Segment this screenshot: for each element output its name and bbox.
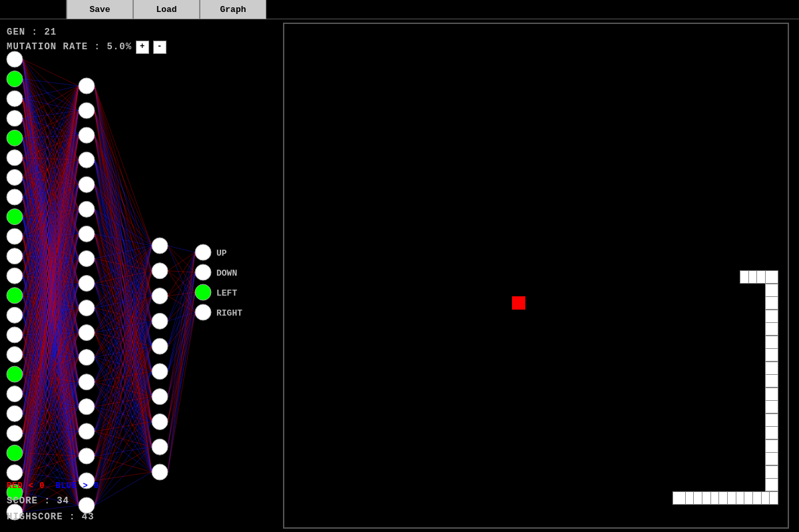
left-panel: GEN : 21 MUTATION RATE : 5.0% + - RED < …	[0, 19, 273, 532]
snake-segment	[765, 439, 778, 453]
graph-button[interactable]: Graph	[200, 0, 266, 19]
info-section: GEN : 21 MUTATION RATE : 5.0% + -	[0, 19, 273, 60]
snake-segment	[765, 426, 778, 439]
snake-segment	[765, 284, 778, 297]
snake-segment	[672, 491, 686, 505]
snake-segment	[765, 296, 778, 310]
blue-legend: BLUE > 0	[55, 481, 99, 491]
red-legend: RED < 0	[7, 481, 45, 491]
mutation-row: MUTATION RATE : 5.0% + -	[7, 39, 266, 54]
food	[512, 296, 525, 310]
bottom-info: RED < 0 BLUE > 0 SCORE : 34 HIGHSCORE : …	[7, 481, 99, 525]
snake-segment	[765, 336, 778, 349]
snake-segment	[765, 413, 778, 427]
toolbar: Save Load Graph	[0, 0, 799, 19]
legend-row: RED < 0 BLUE > 0	[7, 481, 99, 491]
load-button[interactable]: Load	[133, 0, 200, 19]
score: SCORE : 34	[7, 493, 99, 509]
snake-segment	[765, 465, 778, 479]
snake-segment	[765, 310, 778, 323]
snake-segment	[765, 322, 778, 336]
mutation-label: MUTATION RATE : 5.0%	[7, 39, 132, 54]
snake-segment	[765, 452, 778, 465]
snake-segment	[765, 478, 778, 491]
network-canvas	[0, 19, 273, 532]
highscore: HIGHSCORE : 43	[7, 509, 99, 525]
gen-info: GEN : 21	[7, 25, 266, 39]
save-button[interactable]: Save	[67, 0, 133, 19]
snake-segment	[765, 388, 778, 401]
snake-segment	[765, 348, 778, 362]
snake-segment	[765, 362, 778, 375]
snake-segment	[765, 374, 778, 388]
snake-segment	[765, 270, 778, 284]
mutation-plus-button[interactable]: +	[136, 41, 149, 54]
game-canvas	[283, 23, 789, 529]
snake-segment	[765, 400, 778, 413]
right-panel	[273, 19, 799, 532]
mutation-minus-button[interactable]: -	[153, 41, 166, 54]
toolbar-spacer	[0, 0, 67, 19]
main-layout: GEN : 21 MUTATION RATE : 5.0% + - RED < …	[0, 19, 799, 532]
